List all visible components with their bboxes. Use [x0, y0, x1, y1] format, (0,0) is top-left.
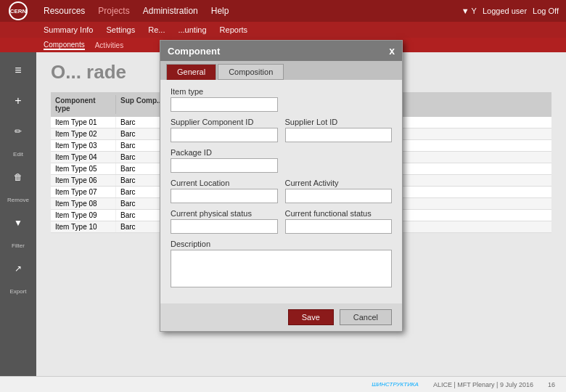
- td-component-type: Item Type 07: [51, 187, 116, 197]
- td-component-type: Item Type 06: [51, 175, 116, 186]
- modal-close-button[interactable]: x: [389, 45, 395, 57]
- td-component-type: Item Type 01: [51, 117, 116, 128]
- nav-logout[interactable]: Log Off: [533, 7, 559, 15]
- sidebar-export-icon[interactable]: ↗: [7, 258, 29, 279]
- td-component-type: Item Type 10: [51, 221, 116, 232]
- modal-tab-general[interactable]: General: [166, 64, 216, 80]
- modal-footer: Save Cancel: [160, 303, 402, 331]
- td-component-type: Item Type 04: [51, 152, 116, 163]
- nav-summary-info[interactable]: Summary Info: [44, 25, 93, 34]
- item-type-input[interactable]: [171, 97, 278, 112]
- location-activity-row: Current Location Current Activity: [171, 179, 392, 203]
- nav-right-area: ▼ Y Logged user Log Off: [462, 7, 559, 15]
- current-activity-input[interactable]: [285, 189, 393, 203]
- package-id-label: Package ID: [171, 148, 392, 157]
- nav-settings[interactable]: Settings: [106, 25, 135, 34]
- package-id-input[interactable]: [171, 158, 278, 173]
- current-location-label: Current Location: [171, 179, 278, 187]
- component-modal: Component x General Composition Item typ…: [160, 40, 403, 332]
- nav-administration[interactable]: Administration: [143, 6, 198, 16]
- supplier-lot-id-input[interactable]: [285, 128, 393, 142]
- supplier-lot-row: Supplier Component ID Supplier Lot ID: [171, 118, 392, 142]
- supplier-lot-id-label: Supplier Lot ID: [285, 118, 393, 126]
- td-component-type: Item Type 09: [51, 210, 116, 221]
- functional-status-group: Current functional status: [285, 209, 393, 234]
- item-type-label: Item type: [171, 87, 392, 96]
- sidebar-menu-icon[interactable]: ≡: [7, 60, 29, 81]
- filter-label: Filter: [12, 242, 25, 249]
- physical-status-group: Current physical status: [171, 209, 278, 234]
- modal-body: Item type Supplier Component ID Supplier…: [160, 80, 402, 303]
- description-label: Description: [171, 240, 392, 248]
- cern-logo-circle: CERN: [9, 1, 28, 20]
- nav-help[interactable]: Help: [211, 6, 229, 16]
- supplier-component-id-input[interactable]: [171, 128, 278, 142]
- cern-bottom-logo: ШИНСТРУКТИКА: [372, 381, 419, 388]
- current-physical-status-label: Current physical status: [171, 209, 278, 218]
- nav-logged-user: Logged user: [483, 7, 527, 15]
- package-id-row: Package ID: [171, 148, 392, 173]
- modal-tab-bar: General Composition: [160, 61, 402, 80]
- current-activity-label: Current Activity: [285, 179, 393, 187]
- modal-tab-composition[interactable]: Composition: [218, 64, 284, 80]
- td-component-type: Item Type 05: [51, 163, 116, 174]
- td-component-type: Item Type 08: [51, 198, 116, 209]
- modal-title: Component: [168, 46, 220, 57]
- current-functional-status-input[interactable]: [285, 219, 393, 234]
- nav-filter-icon: ▼ Y: [462, 7, 477, 15]
- bottom-right-area: ШИНСТРУКТИКА ALICE | MFT Plenary | 9 Jul…: [372, 381, 555, 388]
- edit-label: Edit: [13, 151, 23, 158]
- current-location-input[interactable]: [171, 189, 278, 203]
- export-label: Export: [9, 288, 26, 295]
- modal-header: Component x: [160, 41, 402, 61]
- top-nav-bar: CERN Resources Projects Administration H…: [0, 0, 566, 22]
- current-functional-status-label: Current functional status: [285, 209, 393, 218]
- cancel-button[interactable]: Cancel: [340, 309, 392, 325]
- description-textarea[interactable]: [171, 250, 392, 287]
- bottom-page-num: 16: [548, 381, 555, 388]
- description-row: Description: [171, 240, 392, 290]
- tab-components[interactable]: Components: [44, 41, 85, 50]
- second-nav-bar: Summary Info Settings Re... ...unting Re…: [0, 22, 566, 38]
- status-row: Current physical status Current function…: [171, 209, 392, 234]
- bottom-bar: ШИНСТРУКТИКА ALICE | MFT Plenary | 9 Jul…: [0, 376, 566, 392]
- nav-re[interactable]: Re...: [148, 25, 165, 34]
- nav-reports[interactable]: Reports: [220, 25, 248, 34]
- sidebar: ≡ + ✏ Edit 🗑 Remove ▼ Filter ↗ Export: [0, 52, 36, 392]
- cern-logo: CERN: [4, 2, 33, 20]
- sidebar-add-icon[interactable]: +: [7, 90, 29, 112]
- supplier-lot-group: Supplier Lot ID: [285, 118, 393, 142]
- sidebar-remove-icon[interactable]: 🗑: [7, 166, 29, 188]
- current-location-group: Current Location: [171, 179, 278, 203]
- th-component-type: Component type: [51, 95, 116, 114]
- supplier-component-id-label: Supplier Component ID: [171, 118, 278, 126]
- save-button[interactable]: Save: [288, 309, 334, 325]
- current-activity-group: Current Activity: [285, 179, 393, 203]
- bottom-attribution: ALICE | MFT Plenary | 9 July 2016: [433, 381, 533, 388]
- sidebar-edit-icon[interactable]: ✏: [7, 121, 29, 142]
- td-component-type: Item Type 02: [51, 128, 116, 139]
- item-type-row: Item type: [171, 87, 392, 112]
- tab-activities[interactable]: Activities: [95, 41, 123, 49]
- nav-resources[interactable]: Resources: [44, 6, 85, 16]
- remove-label: Remove: [7, 197, 29, 203]
- td-component-type: Item Type 03: [51, 140, 116, 151]
- nav-unting[interactable]: ...unting: [178, 25, 206, 34]
- sidebar-filter-icon[interactable]: ▼: [7, 212, 29, 234]
- supplier-component-group: Supplier Component ID: [171, 118, 278, 142]
- current-physical-status-input[interactable]: [171, 219, 278, 234]
- nav-projects[interactable]: Projects: [98, 6, 129, 16]
